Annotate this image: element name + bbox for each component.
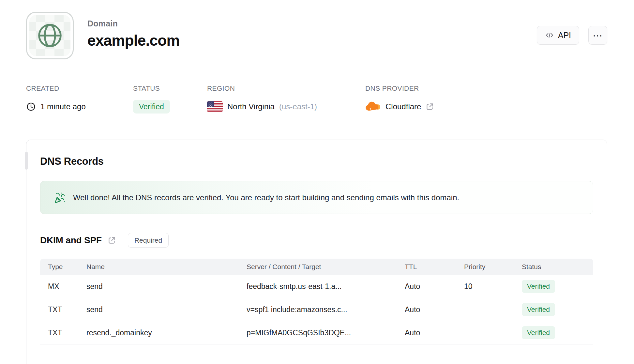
table-row: TXT send v=spf1 include:amazonses.c... A…: [40, 298, 593, 321]
clock-icon: [26, 102, 36, 112]
meta-created: CREATED 1 minute ago: [26, 84, 133, 114]
meta-status: STATUS Verified: [133, 84, 207, 114]
cell-type: TXT: [48, 305, 86, 314]
cell-name: resend._domainkey: [86, 328, 247, 337]
scroll-accent-bar: [25, 152, 28, 170]
cell-type: TXT: [48, 328, 86, 337]
created-label: CREATED: [26, 84, 133, 92]
dns-provider-value: Cloudflare: [385, 102, 421, 111]
cell-ttl: Auto: [405, 305, 464, 314]
col-header-type: Type: [48, 263, 86, 271]
status-label: STATUS: [133, 84, 207, 92]
party-popper-icon: [54, 192, 66, 204]
col-header-name: Name: [86, 263, 247, 271]
ellipsis-icon: ⋯: [593, 30, 603, 41]
region-code: (us-east-1): [279, 102, 317, 111]
domain-meta-row: CREATED 1 minute ago STATUS Verified REG…: [26, 84, 607, 114]
page-kicker: Domain: [87, 19, 180, 28]
dns-records-table: Type Name Server / Content / Target TTL …: [40, 259, 593, 344]
col-header-priority: Priority: [464, 263, 522, 271]
cell-content: v=spf1 include:amazonses.c...: [247, 305, 405, 314]
api-button[interactable]: API: [537, 26, 579, 45]
status-badge: Verified: [133, 100, 170, 114]
cell-ttl: Auto: [405, 282, 464, 291]
cell-priority: 10: [464, 282, 522, 291]
table-header-row: Type Name Server / Content / Target TTL …: [40, 259, 593, 275]
dkim-spf-title: DKIM and SPF: [40, 235, 102, 246]
globe-icon: [36, 21, 64, 50]
code-icon: [545, 31, 554, 40]
cell-type: MX: [48, 282, 86, 291]
success-banner: Well done! All the DNS records are verif…: [40, 181, 593, 214]
success-banner-text: Well done! All the DNS records are verif…: [73, 193, 459, 202]
cloudflare-icon: [365, 101, 381, 112]
us-flag-icon: [207, 101, 223, 112]
meta-dns-provider: DNS PROVIDER Cloudflare: [365, 84, 434, 114]
dns-records-card: DNS Records Well done! All the DNS recor…: [26, 140, 607, 364]
row-status-badge: Verified: [522, 303, 555, 316]
api-button-label: API: [558, 31, 571, 40]
region-label: REGION: [207, 84, 365, 92]
more-button[interactable]: ⋯: [588, 26, 607, 45]
cell-name: send: [86, 305, 247, 314]
dns-records-title: DNS Records: [40, 156, 593, 167]
table-row: TXT resend._domainkey p=MIGfMA0GCSqGSIb3…: [40, 321, 593, 344]
created-value: 1 minute ago: [40, 102, 86, 111]
col-header-ttl: TTL: [405, 263, 464, 271]
dkim-external-link-icon[interactable]: [108, 236, 116, 245]
external-link-icon[interactable]: [426, 102, 434, 111]
page-title: example.com: [87, 32, 180, 49]
region-value: North Virginia: [227, 102, 275, 111]
domain-avatar: [26, 12, 74, 59]
cell-name: send: [86, 282, 247, 291]
meta-region: REGION: [207, 84, 365, 114]
domain-detail-page: Domain example.com API ⋯ CREATED 1 minut…: [0, 0, 634, 364]
row-status-badge: Verified: [522, 280, 555, 293]
col-header-status: Status: [522, 263, 593, 271]
dns-provider-label: DNS PROVIDER: [365, 84, 434, 92]
row-status-badge: Verified: [522, 326, 555, 339]
required-badge: Required: [128, 233, 169, 248]
cell-content: p=MIGfMA0GCSqGSIb3DQE...: [247, 328, 405, 337]
table-row: MX send feedback-smtp.us-east-1.a... Aut…: [40, 275, 593, 298]
cell-ttl: Auto: [405, 328, 464, 337]
cell-content: feedback-smtp.us-east-1.a...: [247, 282, 405, 291]
col-header-content: Server / Content / Target: [247, 263, 405, 271]
